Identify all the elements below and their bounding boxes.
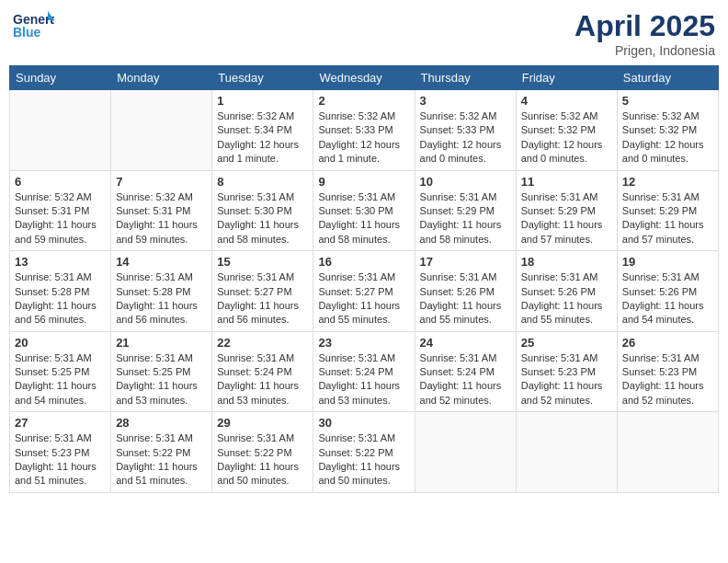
calendar-cell: 23Sunrise: 5:31 AMSunset: 5:24 PMDayligh… — [313, 331, 415, 412]
calendar-cell: 5Sunrise: 5:32 AMSunset: 5:32 PMDaylight… — [617, 90, 718, 171]
weekday-header-friday: Friday — [516, 66, 617, 90]
cell-info: Sunrise: 5:31 AMSunset: 5:28 PMDaylight:… — [116, 270, 207, 327]
calendar-cell: 10Sunrise: 5:31 AMSunset: 5:29 PMDayligh… — [415, 170, 516, 251]
cell-info: Sunrise: 5:31 AMSunset: 5:28 PMDaylight:… — [15, 270, 106, 327]
cell-info: Sunrise: 5:32 AMSunset: 5:33 PMDaylight:… — [420, 109, 511, 167]
day-number: 11 — [521, 175, 612, 189]
cell-info: Sunrise: 5:31 AMSunset: 5:30 PMDaylight:… — [318, 190, 409, 247]
weekday-header-monday: Monday — [111, 66, 212, 90]
calendar-cell: 25Sunrise: 5:31 AMSunset: 5:23 PMDayligh… — [516, 331, 617, 412]
cell-info: Sunrise: 5:31 AMSunset: 5:22 PMDaylight:… — [116, 431, 207, 488]
day-number: 29 — [217, 416, 308, 430]
day-number: 3 — [420, 94, 511, 108]
weekday-header-tuesday: Tuesday — [212, 66, 313, 90]
cell-info: Sunrise: 5:31 AMSunset: 5:29 PMDaylight:… — [622, 190, 713, 247]
calendar-cell: 18Sunrise: 5:31 AMSunset: 5:26 PMDayligh… — [516, 251, 617, 332]
title-block: April 2025 Prigen, Indonesia — [574, 9, 715, 58]
calendar-cell — [10, 90, 111, 171]
day-number: 19 — [622, 255, 713, 269]
day-number: 10 — [420, 175, 511, 189]
day-number: 5 — [622, 94, 713, 108]
cell-info: Sunrise: 5:31 AMSunset: 5:25 PMDaylight:… — [116, 351, 207, 408]
day-number: 26 — [622, 336, 713, 350]
day-number: 25 — [521, 336, 612, 350]
calendar-cell: 21Sunrise: 5:31 AMSunset: 5:25 PMDayligh… — [111, 331, 212, 412]
day-number: 21 — [116, 336, 207, 350]
page-header: General Blue April 2025 Prigen, Indonesi… — [9, 9, 719, 58]
day-number: 28 — [116, 416, 207, 430]
calendar-cell: 17Sunrise: 5:31 AMSunset: 5:26 PMDayligh… — [415, 251, 516, 332]
cell-info: Sunrise: 5:31 AMSunset: 5:24 PMDaylight:… — [217, 351, 308, 408]
cell-info: Sunrise: 5:32 AMSunset: 5:31 PMDaylight:… — [116, 190, 207, 247]
day-number: 4 — [521, 94, 612, 108]
calendar-cell: 15Sunrise: 5:31 AMSunset: 5:27 PMDayligh… — [212, 251, 313, 332]
weekday-header-sunday: Sunday — [10, 66, 111, 90]
day-number: 20 — [15, 336, 106, 350]
svg-text:Blue: Blue — [13, 25, 41, 40]
day-number: 9 — [318, 175, 409, 189]
logo: General Blue — [13, 9, 51, 41]
cell-info: Sunrise: 5:31 AMSunset: 5:22 PMDaylight:… — [318, 431, 409, 488]
calendar-cell: 29Sunrise: 5:31 AMSunset: 5:22 PMDayligh… — [212, 412, 313, 493]
day-number: 2 — [318, 94, 409, 108]
calendar-cell: 26Sunrise: 5:31 AMSunset: 5:23 PMDayligh… — [617, 331, 718, 412]
weekday-header-row: SundayMondayTuesdayWednesdayThursdayFrid… — [10, 66, 719, 90]
day-number: 16 — [318, 255, 409, 269]
calendar-table: SundayMondayTuesdayWednesdayThursdayFrid… — [9, 65, 719, 493]
calendar-cell: 4Sunrise: 5:32 AMSunset: 5:32 PMDaylight… — [516, 90, 617, 171]
weekday-header-wednesday: Wednesday — [313, 66, 415, 90]
weekday-header-thursday: Thursday — [415, 66, 516, 90]
day-number: 22 — [217, 336, 308, 350]
calendar-week-3: 13Sunrise: 5:31 AMSunset: 5:28 PMDayligh… — [10, 251, 719, 332]
calendar-cell — [111, 90, 212, 171]
calendar-cell: 27Sunrise: 5:31 AMSunset: 5:23 PMDayligh… — [10, 412, 111, 493]
location: Prigen, Indonesia — [574, 43, 715, 58]
day-number: 13 — [15, 255, 106, 269]
calendar-week-2: 6Sunrise: 5:32 AMSunset: 5:31 PMDaylight… — [10, 170, 719, 251]
calendar-cell — [415, 412, 516, 493]
calendar-cell — [617, 412, 718, 493]
cell-info: Sunrise: 5:31 AMSunset: 5:29 PMDaylight:… — [420, 190, 511, 247]
cell-info: Sunrise: 5:32 AMSunset: 5:32 PMDaylight:… — [622, 109, 713, 167]
cell-info: Sunrise: 5:32 AMSunset: 5:34 PMDaylight:… — [217, 109, 308, 167]
calendar-cell: 6Sunrise: 5:32 AMSunset: 5:31 PMDaylight… — [10, 170, 111, 251]
calendar-cell: 14Sunrise: 5:31 AMSunset: 5:28 PMDayligh… — [111, 251, 212, 332]
day-number: 24 — [420, 336, 511, 350]
day-number: 18 — [521, 255, 612, 269]
day-number: 30 — [318, 416, 409, 430]
cell-info: Sunrise: 5:32 AMSunset: 5:33 PMDaylight:… — [318, 109, 409, 167]
cell-info: Sunrise: 5:31 AMSunset: 5:30 PMDaylight:… — [217, 190, 308, 247]
calendar-week-1: 1Sunrise: 5:32 AMSunset: 5:34 PMDaylight… — [10, 90, 719, 171]
calendar-cell — [516, 412, 617, 493]
calendar-cell: 28Sunrise: 5:31 AMSunset: 5:22 PMDayligh… — [111, 412, 212, 493]
day-number: 1 — [217, 94, 308, 108]
calendar-cell: 2Sunrise: 5:32 AMSunset: 5:33 PMDaylight… — [313, 90, 415, 171]
day-number: 15 — [217, 255, 308, 269]
logo-icon: General Blue — [13, 9, 50, 41]
calendar-cell: 3Sunrise: 5:32 AMSunset: 5:33 PMDaylight… — [415, 90, 516, 171]
cell-info: Sunrise: 5:31 AMSunset: 5:24 PMDaylight:… — [318, 351, 409, 408]
calendar-cell: 8Sunrise: 5:31 AMSunset: 5:30 PMDaylight… — [212, 170, 313, 251]
day-number: 27 — [15, 416, 106, 430]
day-number: 8 — [217, 175, 308, 189]
month-year: April 2025 — [574, 9, 715, 43]
cell-info: Sunrise: 5:32 AMSunset: 5:32 PMDaylight:… — [521, 109, 612, 167]
cell-info: Sunrise: 5:31 AMSunset: 5:23 PMDaylight:… — [521, 351, 612, 408]
cell-info: Sunrise: 5:31 AMSunset: 5:29 PMDaylight:… — [521, 190, 612, 247]
day-number: 17 — [420, 255, 511, 269]
cell-info: Sunrise: 5:31 AMSunset: 5:27 PMDaylight:… — [318, 270, 409, 327]
calendar-week-4: 20Sunrise: 5:31 AMSunset: 5:25 PMDayligh… — [10, 331, 719, 412]
calendar-cell: 24Sunrise: 5:31 AMSunset: 5:24 PMDayligh… — [415, 331, 516, 412]
day-number: 7 — [116, 175, 207, 189]
day-number: 12 — [622, 175, 713, 189]
calendar-cell: 19Sunrise: 5:31 AMSunset: 5:26 PMDayligh… — [617, 251, 718, 332]
cell-info: Sunrise: 5:31 AMSunset: 5:26 PMDaylight:… — [622, 270, 713, 327]
cell-info: Sunrise: 5:31 AMSunset: 5:27 PMDaylight:… — [217, 270, 308, 327]
day-number: 14 — [116, 255, 207, 269]
cell-info: Sunrise: 5:31 AMSunset: 5:26 PMDaylight:… — [420, 270, 511, 327]
weekday-header-saturday: Saturday — [617, 66, 718, 90]
calendar-cell: 1Sunrise: 5:32 AMSunset: 5:34 PMDaylight… — [212, 90, 313, 171]
calendar-cell: 12Sunrise: 5:31 AMSunset: 5:29 PMDayligh… — [617, 170, 718, 251]
cell-info: Sunrise: 5:31 AMSunset: 5:22 PMDaylight:… — [217, 431, 308, 488]
cell-info: Sunrise: 5:31 AMSunset: 5:24 PMDaylight:… — [420, 351, 511, 408]
